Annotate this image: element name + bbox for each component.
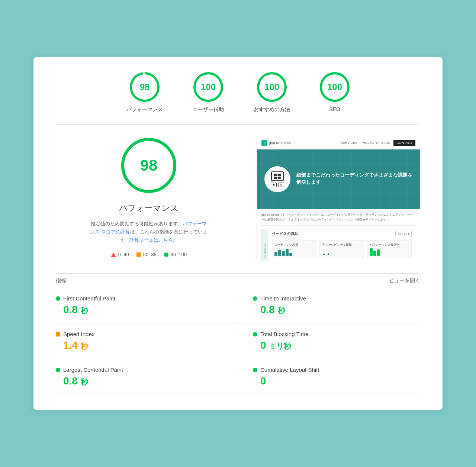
score-circle-bestpractices: 100	[257, 72, 287, 102]
preview-services-cards: コーディング品質	[272, 240, 412, 258]
metric-cls-header: Cumulative Layout Shift	[253, 367, 420, 373]
preview-services-label: SERVICES	[261, 229, 268, 261]
preview-service-card-1-bars	[274, 248, 314, 256]
metric-tbt-dot	[253, 332, 257, 336]
perf-bar-2	[373, 251, 376, 256]
preview-nav-links: SERVICES PROJECTS BLOG	[341, 141, 390, 145]
preview-hero-grid	[274, 174, 281, 179]
perf-bar-3	[377, 249, 380, 256]
score-item-bestpractices: 100 おすすめの方法	[254, 72, 290, 113]
metric-tbt-value: 0 ミリ秒	[260, 339, 420, 351]
preview-body-text: grip on minds（グリップ・オン・マインズ）は、コーディングを専門とす…	[261, 213, 415, 226]
legend-row: 0–49 50–89 90–100	[111, 252, 187, 257]
preview-nav-services: SERVICES	[341, 141, 357, 145]
perf-score-number: 98	[140, 157, 158, 174]
preview-hero-sub-icons: ▶ ⊙	[271, 183, 284, 187]
score-item-seo: 100 SEO	[320, 72, 350, 113]
bar-4	[286, 249, 289, 256]
preview-service-card-1-title: コーディング品質	[274, 243, 314, 247]
metric-tti-unit: 秒	[278, 306, 285, 315]
preview-logo: g grip on minds	[261, 140, 291, 146]
score-label-seo: SEO	[329, 106, 340, 112]
score-circle-accessibility: 100	[193, 72, 223, 102]
metric-fcp-dot	[56, 296, 60, 301]
bad-icon	[111, 252, 116, 257]
score-value-performance: 98	[132, 74, 157, 100]
preview-hero-main-icon	[271, 171, 284, 181]
preview-hero-text: 細部までこだわったコーディングでさまざまな課題を解決します	[296, 171, 412, 187]
preview-services-header: サービスの強み 詳しい ▾	[272, 231, 412, 237]
grid-cell-4	[278, 177, 281, 179]
metric-fcp-name: First Contentful Paint	[63, 295, 115, 302]
metric-tti-dot	[253, 296, 257, 301]
preview-service-card-3: パフォーマンス最適化	[367, 240, 412, 258]
preview-nav-contact: CONTACT	[393, 140, 415, 146]
perf-title: パフォーマンス	[119, 203, 178, 214]
metric-fcp-unit: 秒	[81, 306, 88, 315]
score-value-bestpractices: 100	[259, 74, 284, 100]
metric-tbt-header: Total Blocking Time	[253, 331, 420, 337]
preview-nav-blog: BLOG	[381, 141, 390, 145]
perf-circle-container: 98	[119, 136, 178, 195]
metric-lcp-dot	[56, 368, 60, 372]
preview-sub-icon-1: ▶	[271, 183, 277, 187]
metric-cls-dot	[253, 368, 257, 372]
preview-services-title: サービスの強み	[272, 231, 298, 236]
a11y-icon-1: ▲	[322, 252, 326, 256]
main-content: 98 パフォーマンス 推定値のため変動する可能性があります。パフォーマンス スコ…	[56, 136, 420, 262]
preview-services-section: SERVICES サービスの強み 詳しい ▾	[261, 229, 415, 261]
grid-cell-2	[278, 174, 281, 176]
metric-tbt-name: Total Blocking Time	[260, 331, 308, 337]
chevron-down-icon: ▾	[408, 232, 409, 236]
metrics-grid: First Contentful Paint 0.8 秒 Time to Int…	[56, 288, 420, 395]
metrics-label: 指標	[56, 277, 66, 284]
grid-cell-1	[274, 174, 277, 176]
calc-tool-link[interactable]: 計算ツールはこちら。	[129, 237, 178, 243]
legend-item-good: 90–100	[164, 252, 187, 257]
score-label-performance: パフォーマンス	[126, 106, 163, 113]
metric-tbt-number: 0	[260, 339, 266, 351]
legend-good-range: 90–100	[171, 252, 187, 257]
preview-service-card-2: アクセシビリティ重視 ▲ ▲	[319, 240, 364, 258]
metric-tti-name: Time to Interactive	[260, 295, 306, 302]
metric-cls: Cumulative Layout Shift 0	[238, 359, 420, 395]
left-panel: 98 パフォーマンス 推定値のため変動する可能性があります。パフォーマンス スコ…	[56, 136, 242, 262]
metric-cls-value: 0	[260, 375, 420, 387]
score-value-seo: 100	[322, 74, 347, 100]
metric-cls-name: Cumulative Layout Shift	[260, 367, 319, 373]
preview-service-card-3-title: パフォーマンス最適化	[370, 243, 409, 247]
metric-tbt: Total Blocking Time 0 ミリ秒	[238, 323, 420, 359]
metric-lcp-value: 0.8 秒	[63, 375, 223, 387]
perf-bar-1	[370, 248, 373, 256]
metric-cls-number: 0	[260, 375, 266, 387]
view-link[interactable]: ビューを開く	[389, 277, 420, 284]
preview-services-content: サービスの強み 詳しい ▾ コーディング品質	[268, 229, 415, 261]
main-card: 98 パフォーマンス 100 ユーザー補助 100 おすすめの方法 100 SE…	[33, 57, 443, 410]
preview-service-card-1: コーディング品質	[272, 240, 316, 258]
metric-fcp-number: 0.8	[63, 304, 78, 315]
score-item-accessibility: 100 ユーザー補助	[193, 72, 224, 113]
score-circle-performance: 98	[130, 72, 160, 102]
legend-medium-range: 50–89	[143, 252, 157, 257]
metric-fcp-value: 0.8 秒	[63, 304, 223, 316]
metric-fcp-header: First Contentful Paint	[56, 295, 223, 302]
bar-5	[289, 253, 292, 256]
metric-lcp-unit: 秒	[81, 378, 88, 386]
preview-brand-name: grip on minds	[269, 141, 291, 145]
score-label-accessibility: ユーザー補助	[193, 106, 224, 113]
metric-si-unit: 秒	[81, 342, 88, 350]
metric-si-value: 1.4 秒	[63, 339, 223, 351]
metric-lcp-name: Largest Contentful Paint	[63, 367, 123, 373]
preview-hero-title: 細部までこだわったコーディングでさまざまな課題を解決します	[296, 171, 412, 186]
metric-si-number: 1.4	[63, 339, 78, 351]
bar-2	[278, 250, 281, 256]
preview-services-btn[interactable]: 詳しい ▾	[395, 231, 412, 237]
preview-hero-icon: ▶ ⊙	[264, 166, 290, 192]
preview-sub-icon-2: ⊙	[278, 183, 284, 187]
bar-3	[282, 251, 285, 256]
perf-score-link[interactable]: パフォーマンス スコアの計算	[90, 221, 207, 235]
preview-service-card-2-title: アクセシビリティ重視	[322, 243, 361, 247]
scores-row: 98 パフォーマンス 100 ユーザー補助 100 おすすめの方法 100 SE…	[56, 72, 420, 113]
metrics-header: 指標 ビューを開く	[56, 273, 420, 288]
metric-si: Speed Index 1.4 秒	[56, 323, 238, 359]
